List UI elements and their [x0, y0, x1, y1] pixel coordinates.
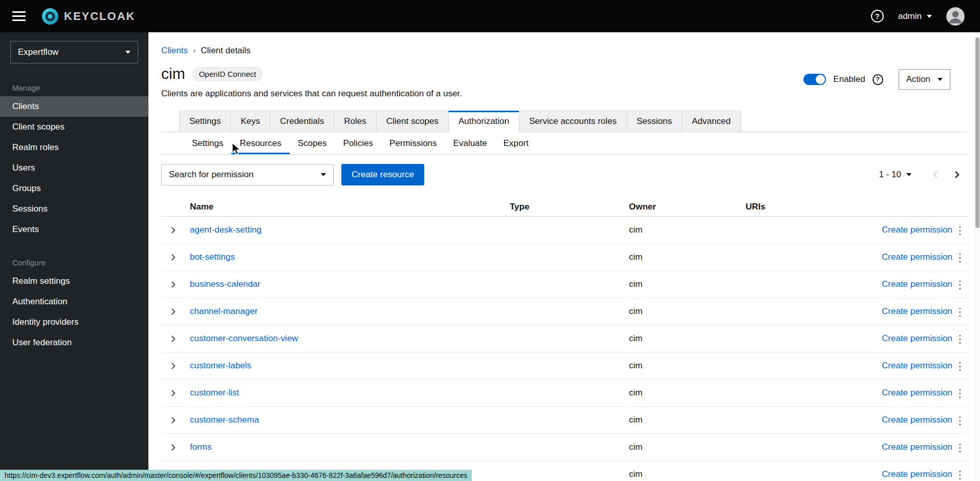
expand-row-button[interactable]	[161, 281, 185, 288]
kebab-menu-icon[interactable]: ⋮	[955, 361, 966, 371]
create-permission-link[interactable]: Create permission	[882, 415, 952, 425]
action-dropdown[interactable]: Action	[899, 69, 950, 90]
authorization-subtabs-bar: SettingsResourcesScopesPoliciesPermissio…	[161, 132, 968, 155]
sidebar-item-realm-roles[interactable]: Realm roles	[0, 137, 148, 158]
create-permission-link[interactable]: Create permission	[882, 333, 952, 344]
expand-row-button[interactable]	[161, 254, 185, 261]
keycloak-logo[interactable]: KEYCLOAK	[41, 7, 135, 26]
search-permission-placeholder: Search for permission	[169, 170, 253, 180]
resource-name-link[interactable]: bot-settings	[185, 252, 505, 262]
user-menu[interactable]: admin	[898, 11, 932, 22]
subtab-settings[interactable]: Settings	[184, 132, 231, 154]
pagination-next-button[interactable]	[946, 167, 968, 182]
help-icon[interactable]: ?	[871, 10, 884, 23]
create-permission-link[interactable]: Create permission	[882, 361, 952, 371]
expand-row-button[interactable]	[161, 335, 185, 343]
table-row: customer-schema cim Create permission ⋮	[161, 407, 968, 434]
realm-selector-area: Expertflow	[0, 32, 148, 72]
sidebar-item-authentication[interactable]: Authentication	[0, 291, 148, 312]
kebab-menu-icon[interactable]: ⋮	[955, 225, 966, 236]
resource-table-body: agent-desk-setting cim Create permission…	[161, 217, 968, 481]
subtab-permissions[interactable]: Permissions	[381, 132, 445, 154]
subtab-scopes[interactable]: Scopes	[290, 132, 335, 154]
scrollbar-thumb[interactable]	[975, 37, 979, 228]
create-resource-button[interactable]: Create resource	[341, 164, 424, 185]
expand-row-button[interactable]	[161, 416, 185, 424]
sidebar-item-client-scopes[interactable]: Client scopes	[0, 117, 148, 137]
client-title-block: cim OpenID Connect Clients are applicati…	[161, 65, 462, 99]
breadcrumb-clients-link[interactable]: Clients	[161, 46, 188, 56]
masthead-actions: ? admin	[871, 7, 965, 26]
avatar[interactable]	[946, 7, 965, 26]
resource-name-link[interactable]: forms	[185, 442, 505, 452]
page-scrollbar[interactable]	[975, 32, 980, 481]
resources-toolbar: Search for permission Create resource 1 …	[161, 164, 968, 185]
create-permission-link[interactable]: Create permission	[882, 388, 952, 398]
create-permission-link[interactable]: Create permission	[882, 225, 952, 235]
create-permission-link[interactable]: Create permission	[882, 279, 952, 289]
sidebar-item-identity-providers[interactable]: Identity providers	[0, 312, 148, 332]
tab-settings[interactable]: Settings	[179, 111, 231, 132]
kebab-menu-icon[interactable]: ⋮	[955, 306, 966, 317]
sidebar-item-events[interactable]: Events	[0, 219, 148, 240]
kebab-menu-icon[interactable]: ⋮	[955, 333, 966, 344]
expand-row-button[interactable]	[161, 389, 185, 397]
sidebar-item-users[interactable]: Users	[0, 158, 148, 178]
create-permission-link[interactable]: Create permission	[882, 306, 952, 317]
table-row: customer-list cim Create permission ⋮	[161, 380, 968, 407]
tab-roles[interactable]: Roles	[334, 111, 376, 132]
sidebar-item-groups[interactable]: Groups	[0, 178, 148, 199]
status-bar-url: https://cim-dev3.expertflow.com/auth/adm…	[5, 471, 467, 479]
tab-sessions[interactable]: Sessions	[626, 111, 682, 132]
kebab-menu-icon[interactable]: ⋮	[955, 388, 966, 399]
create-permission-link[interactable]: Create permission	[882, 252, 952, 262]
search-permission-select[interactable]: Search for permission	[161, 164, 334, 185]
pagination: 1 - 10	[879, 167, 968, 182]
status-bar: https://cim-dev3.expertflow.com/auth/adm…	[0, 470, 472, 481]
tab-credentials[interactable]: Credentials	[270, 111, 334, 132]
sidebar-item-realm-settings[interactable]: Realm settings	[0, 271, 148, 291]
tab-authorization[interactable]: Authorization	[448, 111, 519, 132]
action-dropdown-label: Action	[906, 74, 930, 85]
kebab-menu-icon[interactable]: ⋮	[955, 279, 966, 290]
resource-name-link[interactable]: business-calendar	[185, 279, 505, 289]
tab-service-accounts-roles[interactable]: Service accounts roles	[519, 111, 627, 132]
resource-name-link[interactable]: channel-manager	[185, 306, 505, 317]
create-permission-link[interactable]: Create permission	[882, 442, 952, 452]
enabled-help-icon[interactable]: ?	[873, 74, 883, 85]
nav-section: Manage Clients Client scopes Realm roles…	[0, 72, 148, 240]
resource-name-link[interactable]: customer-conversation-view	[185, 333, 505, 344]
resource-name-link[interactable]: customer-labels	[185, 361, 505, 371]
expand-row-button[interactable]	[161, 362, 185, 370]
tab-advanced[interactable]: Advanced	[682, 111, 741, 132]
table-row: business-calendar cim Create permission …	[161, 271, 968, 298]
resource-name-link[interactable]: customer-list	[185, 388, 505, 398]
create-permission-link[interactable]: Create permission	[882, 469, 952, 479]
resource-name-link[interactable]: customer-schema	[185, 415, 505, 425]
sidebar-item-clients[interactable]: Clients	[0, 96, 148, 117]
kebab-menu-icon[interactable]: ⋮	[955, 469, 966, 480]
sidebar-item-sessions[interactable]: Sessions	[0, 199, 148, 219]
page-title: cim	[161, 65, 185, 82]
expand-row-button[interactable]	[161, 444, 185, 451]
pagination-range-dropdown[interactable]: 1 - 10	[879, 170, 925, 180]
sidebar-item-user-federation[interactable]: User federation	[0, 332, 148, 353]
resource-name-link[interactable]: agent-desk-setting	[185, 225, 505, 235]
realm-selector[interactable]: Expertflow	[10, 41, 138, 64]
kebab-menu-icon[interactable]: ⋮	[955, 415, 966, 426]
table-row: customer-labels cim Create permission ⋮	[161, 352, 968, 380]
tab-keys[interactable]: Keys	[230, 111, 270, 132]
nav-toggle-icon[interactable]	[12, 11, 26, 21]
breadcrumb: Clients › Client details	[161, 46, 968, 56]
expand-row-button[interactable]	[161, 308, 185, 316]
kebab-menu-icon[interactable]: ⋮	[955, 252, 966, 263]
enabled-toggle[interactable]	[803, 74, 826, 85]
subtab-evaluate[interactable]: Evaluate	[445, 132, 495, 154]
subtab-export[interactable]: Export	[495, 132, 537, 154]
subtab-policies[interactable]: Policies	[335, 132, 381, 154]
kebab-menu-icon[interactable]: ⋮	[955, 442, 966, 453]
tab-client-scopes[interactable]: Client scopes	[376, 111, 449, 132]
keycloak-logo-icon	[41, 7, 59, 26]
expand-row-button[interactable]	[161, 226, 185, 234]
pagination-prev-button[interactable]	[925, 167, 946, 182]
